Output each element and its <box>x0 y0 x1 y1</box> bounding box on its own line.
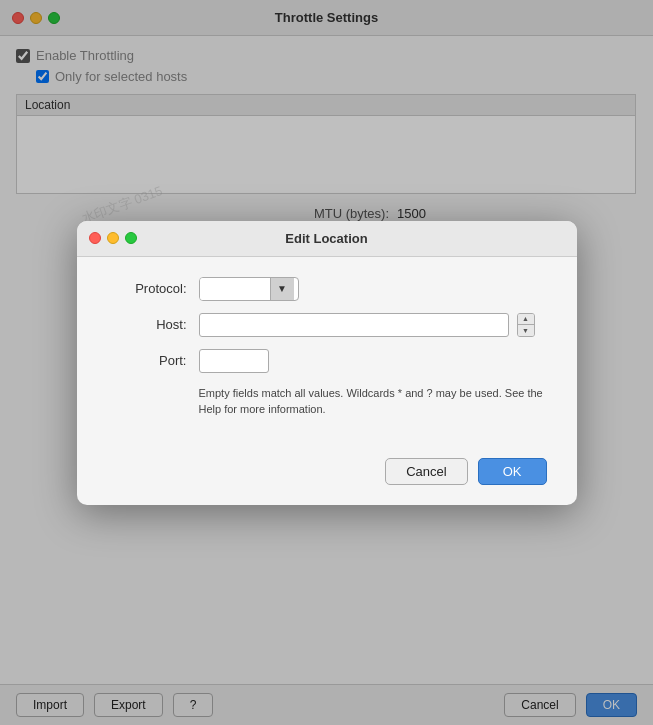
host-stepper-up[interactable]: ▲ <box>518 314 534 326</box>
host-stepper: ▲ ▼ <box>517 313 535 337</box>
edit-location-modal: Edit Location Protocol: ▼ Host: ▲ ▼ <box>77 221 577 505</box>
modal-close-button[interactable] <box>89 232 101 244</box>
port-input[interactable] <box>199 349 269 373</box>
protocol-label: Protocol: <box>107 281 187 296</box>
port-label: Port: <box>107 353 187 368</box>
modal-traffic-lights <box>89 232 137 244</box>
modal-title: Edit Location <box>285 231 367 246</box>
protocol-input[interactable] <box>200 278 270 300</box>
modal-footer: Cancel OK <box>77 458 577 505</box>
host-wrapper: ▲ ▼ <box>199 313 535 337</box>
modal-overlay: Edit Location Protocol: ▼ Host: ▲ ▼ <box>0 0 653 725</box>
protocol-select-wrapper: ▼ <box>199 277 299 301</box>
modal-titlebar: Edit Location <box>77 221 577 257</box>
modal-content: Protocol: ▼ Host: ▲ ▼ Port <box>77 257 577 458</box>
protocol-dropdown-button[interactable]: ▼ <box>270 278 294 300</box>
host-input[interactable] <box>199 313 509 337</box>
modal-minimize-button[interactable] <box>107 232 119 244</box>
modal-ok-button[interactable]: OK <box>478 458 547 485</box>
protocol-row: Protocol: ▼ <box>107 277 547 301</box>
port-row: Port: <box>107 349 547 373</box>
help-text: Empty fields match all values. Wildcards… <box>199 385 547 418</box>
modal-cancel-button[interactable]: Cancel <box>385 458 467 485</box>
host-row: Host: ▲ ▼ <box>107 313 547 337</box>
host-stepper-down[interactable]: ▼ <box>518 325 534 336</box>
host-label: Host: <box>107 317 187 332</box>
modal-fullscreen-button[interactable] <box>125 232 137 244</box>
